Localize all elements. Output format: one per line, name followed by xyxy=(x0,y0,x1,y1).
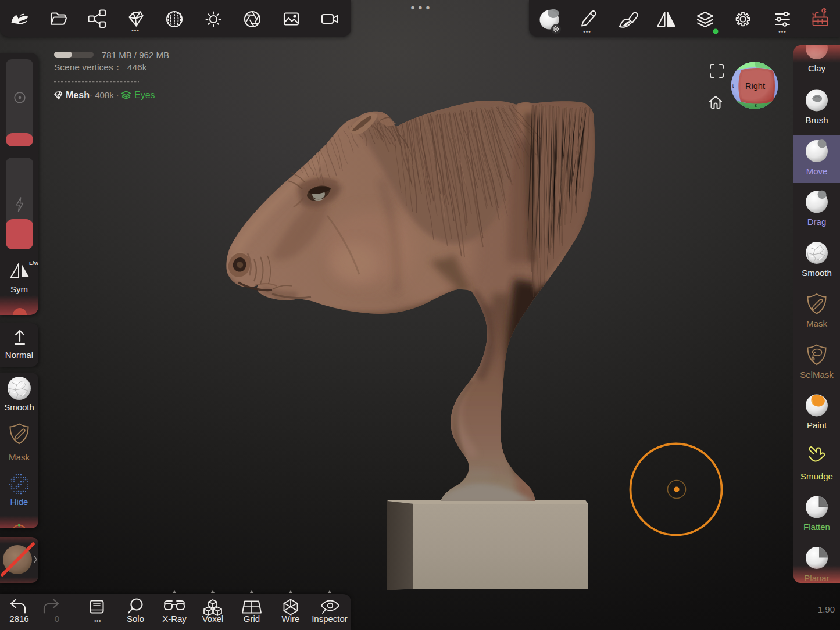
svg-text:Paint: Paint xyxy=(807,420,827,430)
svg-text:Grid: Grid xyxy=(244,614,260,624)
svg-text:Move: Move xyxy=(806,166,828,176)
svg-text:Solo: Solo xyxy=(127,614,144,624)
svg-text:Mesh: Mesh xyxy=(66,90,90,100)
svg-text:•••: ••• xyxy=(131,27,140,34)
svg-text:Smudge: Smudge xyxy=(800,471,833,481)
svg-text:Eyes: Eyes xyxy=(134,90,155,100)
svg-text:Smooth: Smooth xyxy=(802,268,832,278)
svg-text:X-Ray: X-Ray xyxy=(162,614,187,624)
svg-text:Scene vertices： 446k: Scene vertices： 446k xyxy=(54,62,147,72)
svg-text:Flatten: Flatten xyxy=(803,522,830,532)
svg-text:· 408k ·: · 408k · xyxy=(90,90,119,100)
svg-text:Mask: Mask xyxy=(9,452,30,462)
svg-text:Smooth: Smooth xyxy=(4,402,34,412)
svg-text:ε: ε xyxy=(755,102,757,108)
svg-text:Right: Right xyxy=(745,81,765,91)
svg-text:Hide: Hide xyxy=(10,497,28,507)
svg-text:2816: 2816 xyxy=(9,614,28,624)
svg-text:•••: ••• xyxy=(583,28,591,35)
svg-text:L/W: L/W xyxy=(29,260,38,266)
svg-text:Drag: Drag xyxy=(807,217,827,227)
svg-text:Wire: Wire xyxy=(282,614,300,624)
svg-text:Voxel: Voxel xyxy=(202,614,224,624)
svg-text:Mask: Mask xyxy=(806,318,827,328)
svg-text:•••: ••• xyxy=(778,28,787,35)
svg-text:Inspector: Inspector xyxy=(312,614,348,624)
svg-text:Clay: Clay xyxy=(808,63,826,73)
svg-text:0: 0 xyxy=(55,614,59,624)
svg-text:•••: ••• xyxy=(94,618,101,624)
svg-text:781 MB / 962 MB: 781 MB / 962 MB xyxy=(102,50,169,60)
svg-text:SelMask: SelMask xyxy=(800,370,834,380)
svg-text:Brush: Brush xyxy=(805,115,828,125)
